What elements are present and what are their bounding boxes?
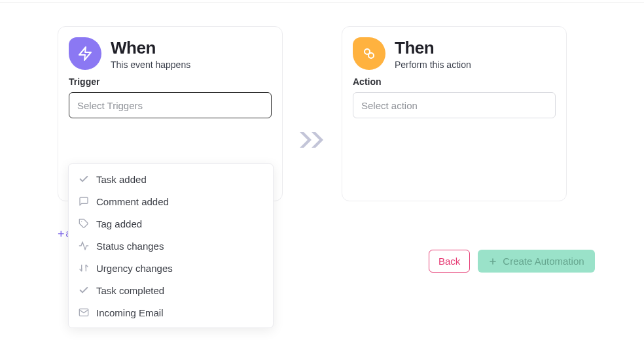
trigger-label: Trigger (69, 76, 272, 87)
option-label: Status changes (96, 241, 164, 252)
when-title-block: When This event happens (111, 38, 190, 70)
tag-icon (78, 218, 90, 229)
when-card-header: When This event happens (69, 37, 272, 70)
action-placeholder: Select action (361, 100, 418, 111)
trigger-dropdown: Task added Comment added Tag added Statu… (68, 163, 274, 328)
check-icon (78, 284, 90, 296)
when-title: When (111, 38, 190, 58)
option-comment-added[interactable]: Comment added (69, 190, 273, 212)
comment-icon (78, 195, 90, 207)
option-incoming-email[interactable]: Incoming Email (69, 301, 273, 324)
option-label: Task added (96, 174, 147, 185)
then-subtitle: Perform this action (395, 59, 471, 70)
then-title: Then (395, 38, 471, 58)
then-card-header: Then Perform this action (353, 37, 556, 70)
bolt-icon (69, 37, 101, 70)
option-tag-added[interactable]: Tag added (69, 212, 273, 235)
option-label: Tag added (96, 218, 142, 229)
then-title-block: Then Perform this action (395, 38, 471, 70)
check-icon (78, 173, 90, 185)
activity-icon (78, 240, 90, 252)
action-select[interactable]: Select action (353, 92, 556, 118)
arrow-icon (298, 131, 326, 152)
swap-icon (78, 262, 90, 274)
plus-icon: + (58, 227, 65, 241)
option-status-changes[interactable]: Status changes (69, 235, 273, 257)
option-label: Urgency changes (96, 263, 173, 274)
option-task-added[interactable]: Task added (69, 168, 273, 190)
trigger-select[interactable]: Select Triggers (69, 92, 272, 118)
footer-buttons: Back Create Automation (429, 250, 595, 273)
back-button[interactable]: Back (429, 250, 470, 273)
svg-marker-0 (79, 47, 91, 60)
link-icon (353, 37, 385, 70)
svg-point-2 (368, 53, 374, 58)
then-card: Then Perform this action Action Select a… (342, 26, 567, 201)
back-button-label: Back (438, 256, 460, 267)
option-label: Incoming Email (96, 307, 164, 318)
option-task-completed[interactable]: Task completed (69, 279, 273, 301)
create-button-label: Create Automation (503, 256, 584, 267)
when-subtitle: This event happens (111, 59, 190, 70)
automation-builder: When This event happens Trigger Select T… (0, 3, 644, 201)
mail-icon (78, 307, 90, 318)
option-label: Comment added (96, 196, 169, 207)
create-automation-button[interactable]: Create Automation (478, 250, 594, 273)
option-urgency-changes[interactable]: Urgency changes (69, 257, 273, 279)
trigger-placeholder: Select Triggers (77, 100, 143, 111)
plus-icon (488, 257, 497, 266)
action-label: Action (353, 76, 556, 87)
option-label: Task completed (96, 285, 164, 296)
